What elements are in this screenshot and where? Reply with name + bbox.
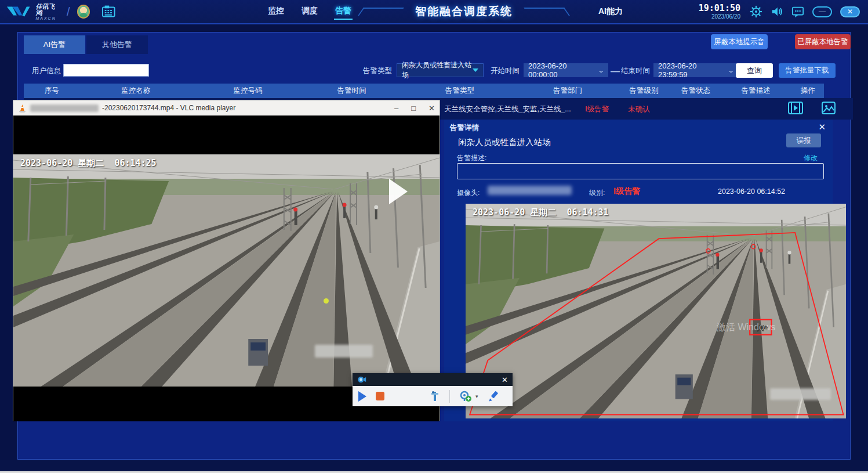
close-button[interactable]: ✕ xyxy=(840,6,860,17)
clock-time: 19:01:50 xyxy=(699,3,740,13)
nav-alert[interactable]: 告警 xyxy=(334,3,353,20)
detail-desc-label: 告警描述: xyxy=(457,153,486,163)
end-time-picker[interactable]: 2023-06-20 23:59:59 ⌄ xyxy=(653,63,738,77)
close-icon[interactable]: ✕ xyxy=(818,122,826,132)
muted-local-alerts-button[interactable]: 已屏蔽本地告警 xyxy=(795,34,851,49)
col-operation: 操作 xyxy=(792,86,824,96)
record-stop-button[interactable] xyxy=(376,392,384,400)
screen-recorder-toolbar[interactable]: ✕ ▾ xyxy=(353,373,513,406)
clamp-tool-icon[interactable] xyxy=(430,391,440,402)
alert-type-value: 闲杂人员或牲畜进入站场 xyxy=(402,60,473,80)
table-header-row: 序号 监控名称 监控号码 告警时间 告警类型 告警部门 告警级别 告警状态 告警… xyxy=(24,84,824,98)
clock: 19:01:50 2023/06/20 xyxy=(699,3,740,20)
application-window: 佳讯飞鸿 MAXCN / 监控 调度 告警 智能融合调度系统 AI能力 xyxy=(0,0,868,473)
chevron-down-icon xyxy=(473,68,478,72)
camera-name-redacted xyxy=(488,186,572,195)
row-department: 天兰线安全管控,天兰线_安监,天兰线_... xyxy=(444,104,571,114)
alert-type-dropdown[interactable]: 闲杂人员或牲畜进入站场 xyxy=(397,63,484,77)
modify-link[interactable]: 修改 xyxy=(804,153,818,163)
chevron-down-icon: ⌄ xyxy=(727,67,735,74)
mute-local-tone-button[interactable]: 屏蔽本地提示音 xyxy=(711,34,768,49)
vlc-minimize-button[interactable]: – xyxy=(394,104,398,113)
logo-text-cn: 佳讯飞鸿 xyxy=(35,3,60,16)
vlc-window-title: -20230620173744.mp4 - VLC media player xyxy=(102,104,235,112)
batch-download-button[interactable]: 告警批量下载 xyxy=(779,63,836,78)
chevron-down-icon[interactable]: ▾ xyxy=(475,393,478,399)
message-chat-icon[interactable] xyxy=(791,5,804,18)
video-play-icon[interactable] xyxy=(788,102,803,114)
record-play-button[interactable] xyxy=(358,391,366,402)
decor-trim-right xyxy=(524,8,570,16)
top-right-controls: 19:01:50 2023/06/20 xyxy=(699,3,868,20)
speaker-volume-icon[interactable] xyxy=(771,5,783,18)
detail-alert-time: 2023-06-20 06:14:52 xyxy=(718,187,785,196)
bottom-band xyxy=(0,460,868,471)
fax-phone-icon[interactable] xyxy=(101,5,116,19)
chevron-down-icon: ⌄ xyxy=(597,67,605,74)
vlc-close-button[interactable]: ✕ xyxy=(428,104,435,113)
pencil-annotate-icon[interactable] xyxy=(488,391,499,402)
camera-timestamp: 2023-06-20 星期二 06:14:25 xyxy=(20,158,157,169)
detection-camera-view: 2023-06-20 星期二 06:14:31 xyxy=(466,204,846,418)
camera-label: 摄像头: xyxy=(457,188,480,198)
redacted-label xyxy=(770,388,831,400)
start-time-picker[interactable]: 2023-06-20 00:00:00 ⌄ xyxy=(524,63,608,77)
col-alert-time: 告警时间 xyxy=(304,86,400,96)
main-nav: 监控 调度 告警 xyxy=(267,3,353,20)
vlc-video-frame: 2023-06-20 星期二 06:14:25 xyxy=(13,154,440,387)
level-label: 级别: xyxy=(589,188,605,198)
range-separator: — xyxy=(611,66,620,77)
row-status: 未确认 xyxy=(628,104,650,114)
system-title: 智能融合调度系统 xyxy=(415,4,513,19)
end-time-value: 2023-06-20 23:59:59 xyxy=(658,62,724,79)
col-seq: 序号 xyxy=(24,86,80,96)
divider: / xyxy=(67,5,70,19)
row-level: Ⅰ级告警 xyxy=(585,104,609,114)
webcam-add-icon[interactable] xyxy=(459,391,472,402)
alert-type-label: 告警类型 xyxy=(363,66,392,76)
start-time-value: 2023-06-20 00:00:00 xyxy=(528,62,594,79)
redacted-filename xyxy=(30,104,99,112)
brand-logo: 佳讯飞鸿 MAXCN / xyxy=(0,3,116,20)
col-alert-desc: 告警描述 xyxy=(720,86,792,96)
tab-ai-alert[interactable]: AI告警 xyxy=(24,35,85,54)
user-info-input[interactable] xyxy=(63,64,149,77)
image-snapshot-icon[interactable] xyxy=(822,102,836,114)
vlc-title-bar[interactable]: -20230620173744.mp4 - VLC media player –… xyxy=(13,100,440,115)
col-alert-dept: 告警部门 xyxy=(520,86,616,96)
alert-description-input[interactable] xyxy=(457,163,824,179)
webcam-icon xyxy=(357,375,366,384)
user-info-label: 用户信息 xyxy=(32,66,61,76)
vlc-maximize-button[interactable]: □ xyxy=(411,104,416,113)
decor-trim-left xyxy=(358,8,404,16)
col-alert-type: 告警类型 xyxy=(400,86,520,96)
nav-dispatch[interactable]: 调度 xyxy=(300,3,319,20)
nav-monitor[interactable]: 监控 xyxy=(267,3,285,20)
col-monitor-name: 监控名称 xyxy=(80,86,192,96)
recorder-controls: ▾ xyxy=(353,386,513,406)
user-avatar[interactable] xyxy=(77,5,90,19)
detail-panel-title: 告警详情 xyxy=(450,123,479,133)
recorder-close-icon[interactable]: ✕ xyxy=(502,375,508,384)
col-monitor-number: 监控号码 xyxy=(192,86,304,96)
filter-bar: 用户信息 告警类型 闲杂人员或牲畜进入站场 开始时间 2023-06-20 00… xyxy=(18,62,850,80)
misreport-button[interactable]: 误报 xyxy=(786,133,821,147)
toolbar-divider xyxy=(449,390,450,403)
vlc-cone-icon xyxy=(18,104,27,113)
nav-ai-capability[interactable]: AI能力 xyxy=(598,6,623,17)
tab-other-alert[interactable]: 其他告警 xyxy=(86,35,148,54)
end-time-label: 结束时间 xyxy=(621,66,650,76)
activate-windows-watermark: 激活 Windows xyxy=(717,322,775,334)
col-alert-status: 告警状态 xyxy=(672,86,720,96)
col-alert-level: 告警级别 xyxy=(616,86,672,96)
play-overlay-icon[interactable] xyxy=(389,179,408,204)
start-time-label: 开始时间 xyxy=(491,66,520,76)
settings-gear-icon[interactable] xyxy=(750,5,762,18)
detail-alert-name: 闲杂人员或牲畜进入站场 xyxy=(458,137,551,148)
detection-zone-overlay xyxy=(466,204,846,418)
recorder-title-bar[interactable]: ✕ xyxy=(353,373,513,386)
minimize-button[interactable]: — xyxy=(812,6,832,17)
query-button[interactable]: 查询 xyxy=(736,63,773,78)
camera-timestamp: 2023-06-20 星期二 06:14:31 xyxy=(473,207,609,218)
clock-date: 2023/06/20 xyxy=(699,13,740,20)
